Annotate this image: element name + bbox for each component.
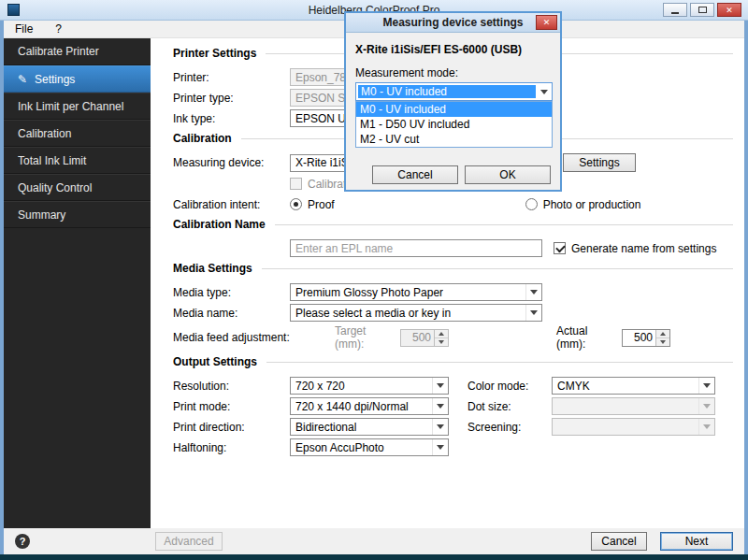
sidebar-item-summary[interactable]: Summary xyxy=(4,201,151,228)
close-icon: ✕ xyxy=(543,18,551,27)
measurement-mode-label: Measurement mode: xyxy=(355,66,458,79)
media-settings-section: Media Settings Media type: Premium Gloss… xyxy=(173,262,733,351)
proof-radio-label: Proof xyxy=(308,198,335,211)
mode-option-m0[interactable]: M0 - UV included xyxy=(356,102,552,117)
selected-mode: M0 - UV included xyxy=(358,85,536,98)
app-window: Heidelberg ColorProof Pro ✕ File ? Calib… xyxy=(0,0,748,560)
cancel-button[interactable]: Cancel xyxy=(591,532,647,551)
stepper-down-icon[interactable] xyxy=(656,338,669,346)
dialog-title-bar: Measuring device settings ✕ xyxy=(346,13,560,33)
maximize-button[interactable] xyxy=(690,3,714,17)
minimize-icon xyxy=(671,12,679,14)
menu-file[interactable]: File xyxy=(11,22,36,36)
chevron-down-icon xyxy=(525,305,541,321)
minimize-button[interactable] xyxy=(663,3,687,17)
output-settings-section: Output Settings Resolution: 720 x 720 Co… xyxy=(173,355,733,456)
device-name: X-Rite i1iSis/EFI ES-6000 (USB) xyxy=(355,43,522,56)
sidebar-item-ink-limit-per-channel[interactable]: Ink Limit per Channel xyxy=(4,93,151,120)
target-mm-stepper: 500 xyxy=(400,329,449,347)
stepper-buttons[interactable] xyxy=(655,330,669,346)
measurement-mode-select[interactable]: M0 - UV included xyxy=(355,82,553,101)
calibration-checkbox xyxy=(290,178,302,190)
sidebar-item-total-ink-limit[interactable]: Total Ink Limit xyxy=(4,147,151,174)
photo-production-radio[interactable] xyxy=(525,198,538,210)
stepper-up-icon xyxy=(435,330,448,338)
media-name-select[interactable]: Please select a media or key in xyxy=(290,304,542,322)
chevron-down-icon xyxy=(698,398,714,414)
sidebar-item-label: Summary xyxy=(18,208,65,222)
printer-label: Printer: xyxy=(173,71,290,84)
stepper-up-icon[interactable] xyxy=(656,330,669,338)
proof-radio[interactable] xyxy=(290,198,302,210)
actual-mm-stepper[interactable]: 500 xyxy=(622,329,670,347)
chevron-down-icon xyxy=(432,419,448,435)
sidebar: Calibrate Printer ✎ Settings Ink Limit p… xyxy=(4,38,151,528)
menu-help[interactable]: ? xyxy=(51,22,65,36)
dot-size-label: Dot size: xyxy=(468,400,552,413)
actual-mm-label: Actual (mm): xyxy=(556,324,616,351)
halftoning-label: Halftoning: xyxy=(173,441,290,454)
dialog-close-button[interactable]: ✕ xyxy=(536,15,557,30)
pencil-icon: ✎ xyxy=(18,73,35,86)
chevron-down-icon xyxy=(536,83,552,100)
halftoning-select[interactable]: Epson AccuPhoto xyxy=(290,438,449,456)
epl-name-input[interactable] xyxy=(290,239,542,257)
output-settings-title: Output Settings xyxy=(173,355,257,368)
chevron-down-icon xyxy=(698,419,714,435)
resolution-label: Resolution: xyxy=(173,380,290,393)
help-button[interactable]: ? xyxy=(15,534,30,549)
stepper-down-icon xyxy=(435,338,448,346)
section-divider xyxy=(262,268,733,269)
measuring-device-settings-dialog: Measuring device settings ✕ X-Rite i1iSi… xyxy=(344,11,562,192)
color-mode-select[interactable]: CMYK xyxy=(552,377,715,395)
calibration-intent-label: Calibration intent: xyxy=(173,198,290,211)
maximize-icon xyxy=(698,7,707,13)
print-mode-label: Print mode: xyxy=(173,400,290,413)
printer-type-label: Printer type: xyxy=(173,92,290,105)
sidebar-item-label: Calibration xyxy=(18,127,71,140)
chevron-down-icon xyxy=(432,398,448,414)
resolution-select[interactable]: 720 x 720 xyxy=(290,377,449,395)
dialog-title: Measuring device settings xyxy=(382,16,523,29)
media-feed-adjustment-label: Media feed adjustment: xyxy=(173,331,290,344)
close-icon: ✕ xyxy=(726,6,733,15)
sidebar-item-label: Calibrate Printer xyxy=(18,45,99,58)
measuring-device-label: Measuring device: xyxy=(173,156,290,169)
screening-select xyxy=(552,418,715,436)
section-divider xyxy=(275,224,733,225)
mode-option-m1[interactable]: M1 - D50 UV included xyxy=(356,117,552,132)
sidebar-item-calibration[interactable]: Calibration xyxy=(4,120,151,147)
generate-name-checkbox[interactable] xyxy=(554,242,566,254)
chevron-down-icon xyxy=(525,284,541,300)
sidebar-item-label: Ink Limit per Channel xyxy=(18,100,123,113)
sidebar-item-quality-control[interactable]: Quality Control xyxy=(4,174,151,201)
print-mode-select[interactable]: 720 x 1440 dpi/Normal xyxy=(290,397,449,415)
device-settings-button[interactable]: Settings xyxy=(563,153,636,172)
media-type-select[interactable]: Premium Glossy Photo Paper xyxy=(290,283,542,301)
mode-option-m2[interactable]: M2 - UV cut xyxy=(356,132,552,147)
next-button[interactable]: Next xyxy=(660,532,733,551)
printer-settings-title: Printer Settings xyxy=(173,47,256,60)
stepper-buttons xyxy=(434,330,448,346)
calibration-name-title: Calibration Name xyxy=(173,218,266,231)
dialog-ok-button[interactable]: OK xyxy=(465,165,551,184)
color-mode-label: Color mode: xyxy=(468,380,552,393)
window-controls: ✕ xyxy=(663,3,741,17)
sidebar-item-settings[interactable]: ✎ Settings xyxy=(4,65,151,93)
photo-production-radio-label: Photo or production xyxy=(543,198,641,211)
close-button[interactable]: ✕ xyxy=(717,3,741,17)
window-bottom-edge xyxy=(0,554,748,560)
print-direction-select[interactable]: Bidirectional xyxy=(290,418,449,436)
section-divider xyxy=(266,362,733,363)
dot-size-select xyxy=(552,397,715,415)
chevron-down-icon xyxy=(432,378,448,394)
help-icon: ? xyxy=(20,536,26,547)
dialog-cancel-button[interactable]: Cancel xyxy=(372,165,458,184)
chevron-down-icon xyxy=(432,439,448,455)
bottom-bar: ? Advanced Cancel Next xyxy=(4,528,744,554)
sidebar-item-calibrate-printer[interactable]: Calibrate Printer xyxy=(4,38,151,65)
measurement-mode-dropdown-list: M0 - UV included M1 - D50 UV included M2… xyxy=(355,101,553,148)
chevron-down-icon xyxy=(698,378,714,394)
ink-type-label: Ink type: xyxy=(173,112,290,125)
target-mm-label: Target (mm): xyxy=(335,324,395,351)
